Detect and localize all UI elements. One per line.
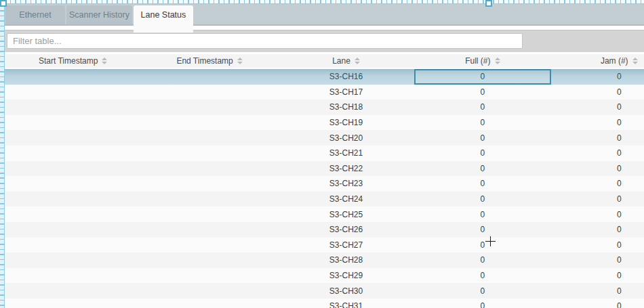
cell-jam[interactable]: 0 xyxy=(551,176,644,192)
cell-full[interactable]: 0 xyxy=(414,85,550,100)
cell-full[interactable]: 0 xyxy=(414,206,550,222)
table-row[interactable]: S3-CH2900 xyxy=(5,268,644,284)
cell-jam[interactable]: 0 xyxy=(551,222,644,238)
cell-lane[interactable]: S3-CH29 xyxy=(278,268,414,284)
table-row[interactable]: S3-CH2100 xyxy=(5,146,644,161)
cell-end[interactable] xyxy=(141,68,277,85)
cell-end[interactable] xyxy=(141,100,277,115)
cell-lane[interactable]: S3-CH20 xyxy=(278,130,414,146)
cell-lane[interactable]: S3-CH18 xyxy=(278,100,414,115)
tab-scanner-history[interactable]: Scanner History xyxy=(66,5,132,24)
cell-end[interactable] xyxy=(141,283,277,299)
cell-end[interactable] xyxy=(141,176,277,192)
cell-end[interactable] xyxy=(141,146,277,161)
table-row[interactable]: S3-CH2000 xyxy=(5,130,644,146)
cell-start[interactable] xyxy=(5,100,141,115)
cell-start[interactable] xyxy=(5,283,141,299)
cell-lane[interactable]: S3-CH16 xyxy=(278,68,414,85)
cell-jam[interactable]: 0 xyxy=(551,268,644,284)
cell-full[interactable]: 0 xyxy=(414,222,550,238)
cell-full[interactable]: 0 xyxy=(414,146,550,161)
cell-end[interactable] xyxy=(141,130,277,146)
table-row[interactable]: S3-CH2700 xyxy=(5,238,644,253)
cell-jam[interactable]: 0 xyxy=(551,299,644,308)
cell-jam[interactable]: 0 xyxy=(551,283,644,299)
cell-lane[interactable]: S3-CH17 xyxy=(278,85,414,100)
cell-end[interactable] xyxy=(141,206,277,222)
cell-lane[interactable]: S3-CH21 xyxy=(278,146,414,161)
cell-end[interactable] xyxy=(141,299,277,308)
table-row[interactable]: S3-CH3100 xyxy=(5,299,644,308)
cell-full[interactable]: 0 xyxy=(414,192,550,207)
cell-lane[interactable]: S3-CH31 xyxy=(278,299,414,308)
cell-jam[interactable]: 0 xyxy=(551,192,644,207)
cell-lane[interactable]: S3-CH24 xyxy=(278,192,414,207)
cell-full[interactable]: 0 xyxy=(414,68,550,85)
cell-full[interactable]: 0 xyxy=(414,130,550,146)
cell-lane[interactable]: S3-CH30 xyxy=(278,283,414,299)
cell-full[interactable]: 0 xyxy=(414,161,550,177)
table-row[interactable]: S3-CH2800 xyxy=(5,252,644,268)
cell-start[interactable] xyxy=(5,192,141,207)
table-row[interactable]: S3-CH2500 xyxy=(5,206,644,222)
column-header-start[interactable]: Start Timestamp xyxy=(5,54,141,68)
cell-start[interactable] xyxy=(5,85,141,100)
cell-end[interactable] xyxy=(141,192,277,207)
cell-start[interactable] xyxy=(5,146,141,161)
cell-jam[interactable]: 0 xyxy=(551,100,644,115)
cell-jam[interactable]: 0 xyxy=(551,161,644,177)
cell-lane[interactable]: S3-CH27 xyxy=(278,238,414,253)
cell-full[interactable]: 0 xyxy=(414,283,550,299)
table-row[interactable]: S3-CH2200 xyxy=(5,161,644,177)
cell-start[interactable] xyxy=(5,238,141,253)
cell-lane[interactable]: S3-CH19 xyxy=(278,115,414,131)
cell-full[interactable]: 0 xyxy=(414,115,550,131)
cell-jam[interactable]: 0 xyxy=(551,146,644,161)
cell-lane[interactable]: S3-CH22 xyxy=(278,161,414,177)
cell-start[interactable] xyxy=(5,222,141,238)
table-row[interactable]: S3-CH1700 xyxy=(5,85,644,100)
cell-end[interactable] xyxy=(141,268,277,284)
cell-start[interactable] xyxy=(5,176,141,192)
cell-jam[interactable]: 0 xyxy=(551,68,644,85)
cell-start[interactable] xyxy=(5,299,141,308)
cell-jam[interactable]: 0 xyxy=(551,115,644,131)
cell-jam[interactable]: 0 xyxy=(551,130,644,146)
table-row[interactable]: S3-CH1600 xyxy=(5,68,644,85)
selection-handle-top-left[interactable] xyxy=(0,0,7,7)
cell-full[interactable]: 0 xyxy=(414,299,550,308)
cell-full[interactable]: 0 xyxy=(414,100,550,115)
cell-jam[interactable]: 0 xyxy=(551,85,644,100)
cell-lane[interactable]: S3-CH28 xyxy=(278,252,414,268)
cell-jam[interactable]: 0 xyxy=(551,238,644,253)
cell-start[interactable] xyxy=(5,268,141,284)
cell-end[interactable] xyxy=(141,252,277,268)
cell-start[interactable] xyxy=(5,161,141,177)
cell-start[interactable] xyxy=(5,115,141,131)
filter-input[interactable] xyxy=(7,33,523,49)
table-row[interactable]: S3-CH2600 xyxy=(5,222,644,238)
cell-full[interactable]: 0 xyxy=(414,252,550,268)
cell-lane[interactable]: S3-CH25 xyxy=(278,206,414,222)
cell-full[interactable]: 0 xyxy=(414,176,550,192)
cell-start[interactable] xyxy=(5,68,141,85)
cell-lane[interactable]: S3-CH26 xyxy=(278,222,414,238)
column-header-lane[interactable]: Lane xyxy=(278,54,414,68)
cell-full[interactable]: 0 xyxy=(414,268,550,284)
cell-start[interactable] xyxy=(5,206,141,222)
cell-end[interactable] xyxy=(141,85,277,100)
table-row[interactable]: S3-CH1900 xyxy=(5,115,644,131)
cell-start[interactable] xyxy=(5,252,141,268)
tab-ethernet[interactable]: Ethernet xyxy=(5,5,65,24)
cell-end[interactable] xyxy=(141,238,277,253)
cell-end[interactable] xyxy=(141,115,277,131)
selection-handle-top-center[interactable] xyxy=(485,0,492,7)
cell-full[interactable]: 0 xyxy=(414,238,550,253)
cell-lane[interactable]: S3-CH23 xyxy=(278,176,414,192)
table-row[interactable]: S3-CH2300 xyxy=(5,176,644,192)
cell-end[interactable] xyxy=(141,222,277,238)
cell-jam[interactable]: 0 xyxy=(551,206,644,222)
table-row[interactable]: S3-CH2400 xyxy=(5,192,644,207)
cell-jam[interactable]: 0 xyxy=(551,252,644,268)
cell-end[interactable] xyxy=(141,161,277,177)
